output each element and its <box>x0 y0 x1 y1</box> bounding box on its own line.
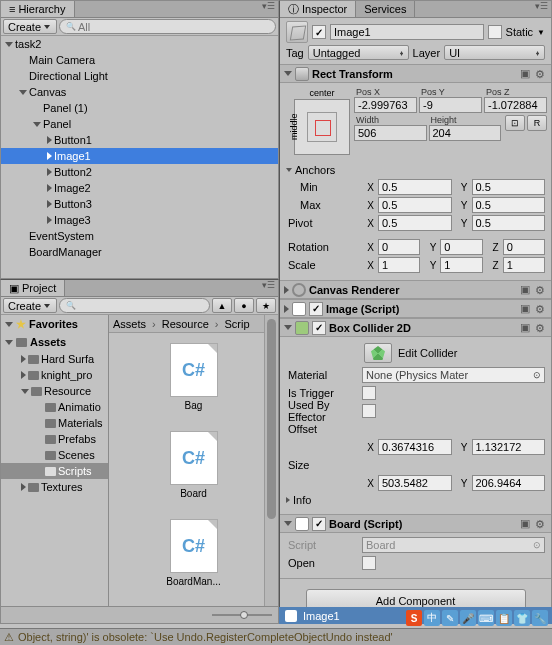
material-field[interactable]: None (Physics Mater <box>362 367 545 383</box>
size-x[interactable]: 503.5482 <box>378 475 452 491</box>
tray-icon[interactable]: ✎ <box>442 610 458 626</box>
gameobject-icon[interactable] <box>286 21 308 43</box>
tray-icon[interactable]: 📋 <box>496 610 512 626</box>
inspector-tab[interactable]: ⓘInspector <box>280 1 356 17</box>
help-icon[interactable]: ▣ <box>520 321 530 334</box>
favorite-filter-icon[interactable]: ★ <box>256 298 276 313</box>
image-component-header[interactable]: Image (Script) ▣ <box>280 300 551 318</box>
panel-menu-icon[interactable]: ▾☰ <box>532 1 551 17</box>
scrollbar[interactable] <box>264 315 278 606</box>
pivot-x[interactable]: 0.5 <box>378 215 452 231</box>
pos-y-input[interactable]: -9 <box>419 97 482 113</box>
box-collider-enabled-checkbox[interactable] <box>312 321 326 335</box>
hierarchy-item[interactable]: Image3 <box>1 212 278 228</box>
tray-icon[interactable]: 🎤 <box>460 610 476 626</box>
layer-dropdown[interactable]: UI <box>444 45 545 60</box>
pos-x-input[interactable]: -2.999763 <box>354 97 417 113</box>
hierarchy-item[interactable]: Button3 <box>1 196 278 212</box>
asset-item[interactable]: Bag <box>164 343 224 411</box>
tray-icon[interactable]: ⌨ <box>478 610 494 626</box>
blueprint-mode-button[interactable]: ⊡ <box>505 115 525 131</box>
scale-z[interactable]: 1 <box>503 257 545 273</box>
canvas-renderer-header[interactable]: Canvas Renderer ▣ <box>280 281 551 299</box>
active-checkbox[interactable] <box>312 25 326 39</box>
rect-transform-header[interactable]: Rect Transform ▣ <box>280 65 551 83</box>
hierarchy-item[interactable]: EventSystem <box>1 228 278 244</box>
rot-x[interactable]: 0 <box>378 239 420 255</box>
anchor-min-y[interactable]: 0.5 <box>472 179 546 195</box>
anchor-max-y[interactable]: 0.5 <box>472 197 546 213</box>
folder-item[interactable]: Textures <box>1 479 108 495</box>
pos-z-input[interactable]: -1.072884 <box>484 97 547 113</box>
anchors-foldout[interactable]: Anchors <box>286 162 545 178</box>
rot-y[interactable]: 0 <box>440 239 482 255</box>
gear-icon[interactable] <box>535 284 547 296</box>
breadcrumb[interactable]: AssetsResourceScrip <box>109 315 278 333</box>
tag-dropdown[interactable]: Untagged <box>308 45 409 60</box>
hierarchy-item[interactable]: Panel (1) <box>1 100 278 116</box>
tray-icon[interactable]: 👕 <box>514 610 530 626</box>
rot-z[interactable]: 0 <box>503 239 545 255</box>
hierarchy-tab[interactable]: ≡ Hierarchy <box>1 1 75 17</box>
used-by-effector-checkbox[interactable] <box>362 404 376 418</box>
hierarchy-item[interactable]: Button2 <box>1 164 278 180</box>
static-dropdown-icon[interactable]: ▼ <box>537 28 545 37</box>
hierarchy-search-input[interactable]: All <box>59 19 276 34</box>
hierarchy-item[interactable]: Button1 <box>1 132 278 148</box>
panel-menu-icon[interactable]: ▾☰ <box>259 1 278 17</box>
gear-icon[interactable] <box>535 518 547 530</box>
hierarchy-item[interactable]: BoardManager <box>1 244 278 260</box>
project-search-input[interactable] <box>59 298 210 313</box>
help-icon[interactable]: ▣ <box>520 302 530 315</box>
tray-icon[interactable]: 🔧 <box>532 610 548 626</box>
assets-root[interactable]: Assets <box>1 333 108 351</box>
create-dropdown[interactable]: Create <box>3 19 57 34</box>
filter-icon[interactable]: ▲ <box>212 298 232 313</box>
folder-item[interactable]: Prefabs <box>1 431 108 447</box>
folder-item[interactable]: Scenes <box>1 447 108 463</box>
gear-icon[interactable] <box>535 303 547 315</box>
script-field[interactable]: Board <box>362 537 545 553</box>
hierarchy-item[interactable]: Canvas <box>1 84 278 100</box>
size-y[interactable]: 206.9464 <box>472 475 546 491</box>
folder-item[interactable]: knight_pro <box>1 367 108 383</box>
box-collider-header[interactable]: Box Collider 2D ▣ <box>280 319 551 337</box>
board-script-header[interactable]: Board (Script) ▣ <box>280 515 551 533</box>
hierarchy-item[interactable]: Directional Light <box>1 68 278 84</box>
tray-icon[interactable]: 中 <box>424 610 440 626</box>
pivot-y[interactable]: 0.5 <box>472 215 546 231</box>
gear-icon[interactable] <box>535 322 547 334</box>
hierarchy-item[interactable]: task2 <box>1 36 278 52</box>
breadcrumb-item[interactable]: Resource <box>162 318 209 330</box>
breadcrumb-item[interactable]: Assets <box>113 318 146 330</box>
label-filter-icon[interactable]: ● <box>234 298 254 313</box>
folder-item[interactable]: Hard Surfa <box>1 351 108 367</box>
project-create-dropdown[interactable]: Create <box>3 298 57 313</box>
board-enabled-checkbox[interactable] <box>312 517 326 531</box>
icon-size-slider[interactable] <box>212 611 272 619</box>
project-tab[interactable]: ▣ Project <box>1 280 65 296</box>
panel-menu-icon[interactable]: ▾☰ <box>259 280 278 296</box>
asset-item[interactable]: Board <box>164 431 224 499</box>
image-enabled-checkbox[interactable] <box>309 302 323 316</box>
help-icon[interactable]: ▣ <box>520 283 530 296</box>
gameobject-name-input[interactable]: Image1 <box>330 24 484 40</box>
anchor-preset-button[interactable]: center middle <box>294 99 350 155</box>
scale-x[interactable]: 1 <box>378 257 420 273</box>
hierarchy-item[interactable]: Image1 <box>1 148 278 164</box>
asset-item[interactable]: BoardMan... <box>164 519 224 587</box>
hierarchy-item[interactable]: Image2 <box>1 180 278 196</box>
folder-item[interactable]: Scripts <box>1 463 108 479</box>
breadcrumb-item[interactable]: Scrip <box>224 318 249 330</box>
scale-y[interactable]: 1 <box>440 257 482 273</box>
is-trigger-checkbox[interactable] <box>362 386 376 400</box>
width-input[interactable]: 506 <box>354 125 427 141</box>
help-icon[interactable]: ▣ <box>520 517 530 530</box>
raw-edit-button[interactable]: R <box>527 115 547 131</box>
anchor-min-x[interactable]: 0.5 <box>378 179 452 195</box>
static-checkbox[interactable] <box>488 25 502 39</box>
services-tab[interactable]: Services <box>356 1 415 17</box>
hierarchy-item[interactable]: Main Camera <box>1 52 278 68</box>
hierarchy-item[interactable]: Panel <box>1 116 278 132</box>
help-icon[interactable]: ▣ <box>520 67 530 80</box>
